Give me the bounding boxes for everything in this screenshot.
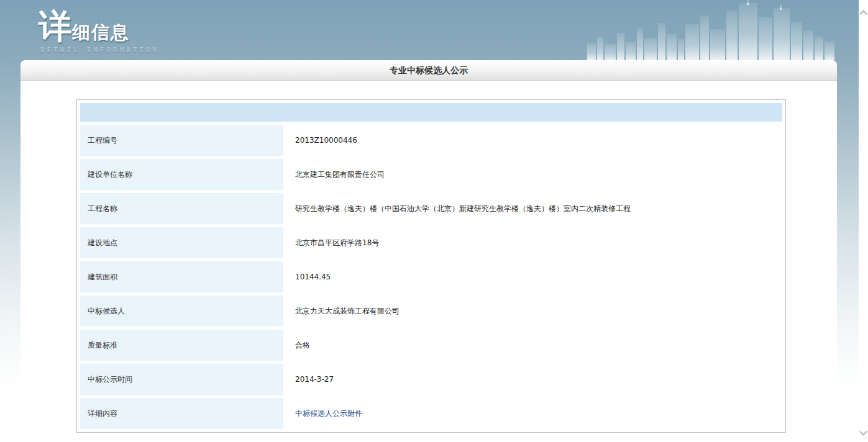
field-value-cell: 10144.45 <box>286 261 782 292</box>
table-row: 中标公示时间2014-3-27 <box>80 364 782 395</box>
field-value-cell: 北京建工集团有限责任公司 <box>286 159 782 190</box>
field-label: 质量标准 <box>80 330 283 361</box>
table-row: 工程名称研究生教学楼（逸夫）楼（中国石油大学（北京）新建研究生教学楼（逸夫）楼）… <box>80 193 782 224</box>
field-label: 工程编号 <box>80 125 283 156</box>
field-label: 详细内容 <box>80 398 283 429</box>
field-value: 北京市昌平区府学路18号 <box>295 238 379 247</box>
field-value-cell: 北京力天大成装饰工程有限公司 <box>286 295 782 327</box>
table-row: 中标候选人北京力天大成装饰工程有限公司 <box>80 295 782 327</box>
detail-table: 工程编号2013Z10000446建设单位名称北京建工集团有限责任公司工程名称研… <box>76 99 786 433</box>
field-value-cell: 北京市昌平区府学路18号 <box>286 227 782 258</box>
table-row: 建设地点北京市昌平区府学路18号 <box>80 227 782 258</box>
logo-big-char: 详 <box>39 10 72 43</box>
attachment-link[interactable]: 中标候选人公示附件 <box>295 409 362 418</box>
table-row: 建设单位名称北京建工集团有限责任公司 <box>80 159 782 190</box>
field-value: 10144.45 <box>295 273 331 281</box>
field-value: 2013Z10000446 <box>295 136 357 145</box>
chevron-up-icon[interactable] <box>859 10 867 18</box>
field-label: 建设地点 <box>80 227 283 258</box>
logo-rest-chars: 细信息 <box>72 24 130 43</box>
field-value-cell: 2014-3-27 <box>286 364 782 395</box>
table-row: 详细内容中标候选人公示附件 <box>80 398 782 429</box>
city-skyline-graphic <box>587 0 836 60</box>
detail-information-page: 详 细信息 DETAIL INFORMATION 专业中标候选人公示 工程编号2… <box>0 0 868 442</box>
site-logo: 详 细信息 DETAIL INFORMATION <box>39 10 159 54</box>
table-header-row <box>80 103 782 122</box>
field-value: 北京建工集团有限责任公司 <box>295 170 385 179</box>
page-title: 专业中标候选人公示 <box>390 65 468 75</box>
content-panel: 专业中标候选人公示 工程编号2013Z10000446建设单位名称北京建工集团有… <box>21 60 837 442</box>
page-title-bar: 专业中标候选人公示 <box>21 60 837 81</box>
table-row: 建筑面积10144.45 <box>80 261 782 292</box>
chevron-down-icon[interactable] <box>859 428 867 436</box>
table-header-cell <box>80 103 782 122</box>
field-label: 建筑面积 <box>80 261 283 292</box>
detail-table-container: 工程编号2013Z10000446建设单位名称北京建工集团有限责任公司工程名称研… <box>76 99 786 433</box>
table-row: 工程编号2013Z10000446 <box>80 125 782 156</box>
logo-english-subtitle: DETAIL INFORMATION <box>39 46 159 54</box>
detail-table-body: 工程编号2013Z10000446建设单位名称北京建工集团有限责任公司工程名称研… <box>80 103 782 429</box>
field-value: 2014-3-27 <box>295 375 334 384</box>
field-value: 北京力天大成装饰工程有限公司 <box>295 307 400 315</box>
field-value-cell: 中标候选人公示附件 <box>286 398 782 429</box>
field-label: 中标公示时间 <box>80 364 283 395</box>
field-value-cell: 研究生教学楼（逸夫）楼（中国石油大学（北京）新建研究生教学楼（逸夫）楼）室内二次… <box>286 193 782 224</box>
field-value: 合格 <box>295 341 310 350</box>
field-value-cell: 2013Z10000446 <box>286 125 782 156</box>
table-row: 质量标准合格 <box>80 330 782 361</box>
field-label: 建设单位名称 <box>80 159 283 190</box>
field-label: 工程名称 <box>80 193 283 224</box>
field-value-cell: 合格 <box>286 330 782 361</box>
page-scrollbar[interactable] <box>859 0 868 442</box>
logo-chinese-text: 详 细信息 <box>39 10 159 43</box>
field-value: 研究生教学楼（逸夫）楼（中国石油大学（北京）新建研究生教学楼（逸夫）楼）室内二次… <box>295 204 631 213</box>
field-label: 中标候选人 <box>80 295 283 327</box>
